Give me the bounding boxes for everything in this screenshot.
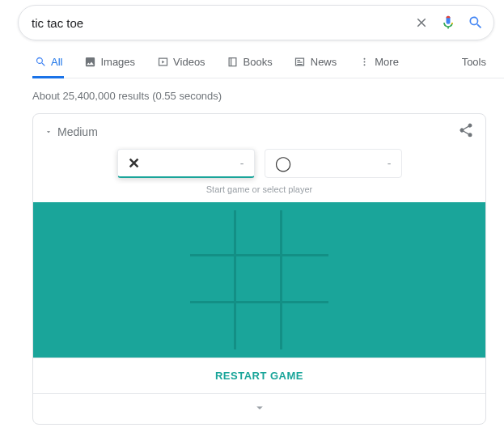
difficulty-label: Medium (57, 125, 98, 138)
player-o-selector[interactable]: ◯ - (265, 149, 402, 178)
expand-button[interactable] (33, 394, 485, 424)
restart-button[interactable]: RESTART GAME (33, 358, 485, 394)
tools-button[interactable]: Tools (462, 56, 486, 78)
cell-0-0[interactable] (190, 210, 236, 256)
cell-2-0[interactable] (190, 303, 236, 349)
cell-0-2[interactable] (282, 210, 328, 256)
chevron-down-icon (252, 400, 267, 415)
game-board-area (33, 202, 485, 358)
tab-label: News (311, 56, 337, 68)
more-vertical-icon (358, 55, 371, 68)
x-symbol: ✕ (128, 155, 140, 172)
o-symbol: ◯ (275, 155, 291, 172)
voice-search-icon[interactable] (440, 15, 456, 31)
o-score: - (388, 157, 392, 170)
cell-0-1[interactable] (236, 210, 282, 256)
tab-label: All (51, 56, 62, 68)
tab-all[interactable]: All (32, 55, 64, 78)
cell-1-0[interactable] (190, 256, 236, 303)
tab-more[interactable]: More (356, 55, 400, 78)
caret-down-icon (44, 125, 53, 138)
tab-label: Images (100, 56, 135, 68)
cell-1-2[interactable] (282, 256, 328, 303)
player-x-selector[interactable]: ✕ - (117, 149, 255, 178)
tab-books[interactable]: Books (225, 55, 274, 78)
svg-point-1 (363, 61, 365, 62)
search-input[interactable] (32, 16, 414, 30)
tic-tac-toe-card: Medium ✕ - ◯ - Start game or select play… (32, 113, 486, 425)
tab-news[interactable]: News (292, 55, 339, 78)
cell-1-1[interactable] (236, 256, 282, 303)
tab-videos[interactable]: Videos (155, 55, 207, 78)
game-board (190, 210, 329, 349)
result-stats: About 25,400,000 results (0.55 seconds) (32, 90, 504, 102)
search-bar (18, 5, 494, 40)
news-icon (294, 55, 307, 68)
svg-point-2 (363, 64, 365, 66)
tab-images[interactable]: Images (82, 55, 137, 78)
clear-icon[interactable] (414, 15, 429, 30)
cell-2-1[interactable] (236, 303, 282, 349)
image-icon (83, 55, 96, 68)
book-icon (227, 55, 239, 68)
cell-2-2[interactable] (282, 303, 328, 349)
search-icon (34, 55, 47, 68)
video-icon (156, 55, 169, 68)
share-icon[interactable] (458, 122, 474, 141)
x-score: - (240, 157, 244, 170)
game-hint: Start game or select player (33, 181, 485, 202)
search-icon[interactable] (468, 15, 484, 31)
tabs-bar: All Images Videos Books News More Tools (32, 55, 504, 78)
svg-point-0 (363, 57, 365, 59)
tab-label: Books (244, 56, 273, 68)
difficulty-dropdown[interactable]: Medium (44, 125, 98, 138)
tab-label: More (375, 56, 399, 68)
tab-label: Videos (173, 56, 205, 68)
